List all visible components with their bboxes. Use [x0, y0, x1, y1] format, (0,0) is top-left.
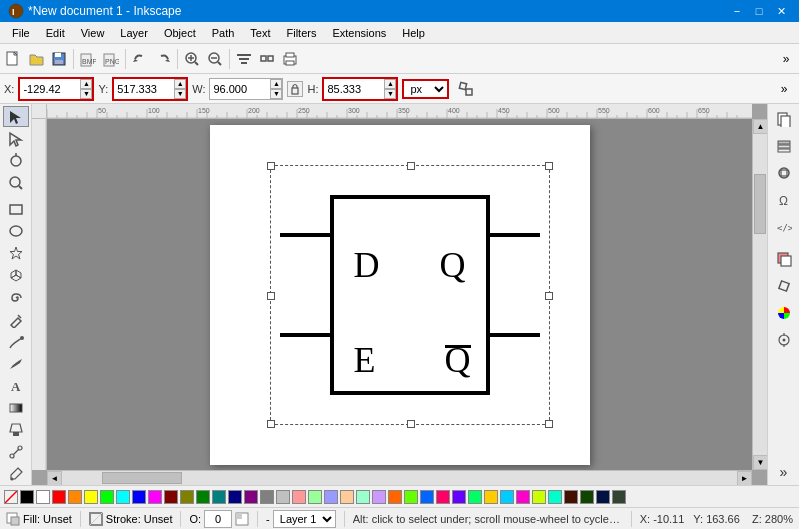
- color-swatch-darkgreen[interactable]: [196, 490, 210, 504]
- zoom-out-button[interactable]: [204, 48, 226, 70]
- overflow-button[interactable]: »: [775, 48, 797, 70]
- export-button[interactable]: PNG: [100, 48, 122, 70]
- star-tool[interactable]: [3, 243, 29, 264]
- y-input[interactable]: 517.333: [114, 79, 174, 99]
- color-swatch-darknavy[interactable]: [596, 490, 610, 504]
- nodes-button[interactable]: [256, 48, 278, 70]
- save-button[interactable]: [48, 48, 70, 70]
- horizontal-scrollbar[interactable]: ◄ ►: [47, 470, 752, 485]
- rectangle-tool[interactable]: [3, 199, 29, 220]
- color-swatch-mint[interactable]: [356, 490, 370, 504]
- color-swatch-darkbrown[interactable]: [564, 490, 578, 504]
- vertical-scrollbar[interactable]: ▲ ▼: [752, 119, 767, 470]
- canvas-white[interactable]: D Q E Q: [47, 119, 752, 470]
- paint-bucket-tool[interactable]: [3, 420, 29, 441]
- xml-editor-button[interactable]: </>: [771, 214, 797, 240]
- coord-overflow-button[interactable]: »: [773, 78, 795, 100]
- menu-extensions[interactable]: Extensions: [324, 22, 394, 43]
- color-swatch-skyblue[interactable]: [500, 490, 514, 504]
- color-swatch-purple[interactable]: [244, 490, 258, 504]
- calligraphy-tool[interactable]: [3, 353, 29, 374]
- color-swatch-lightgreen[interactable]: [308, 490, 322, 504]
- menu-layer[interactable]: Layer: [112, 22, 156, 43]
- redo-button[interactable]: [152, 48, 174, 70]
- y-up-arrow[interactable]: ▲: [174, 79, 186, 89]
- select-tool[interactable]: [3, 106, 29, 127]
- color-swatch-white[interactable]: [36, 490, 50, 504]
- menu-view[interactable]: View: [73, 22, 113, 43]
- color-swatch-teal[interactable]: [212, 490, 226, 504]
- color-swatch-violet[interactable]: [452, 490, 466, 504]
- y-down-arrow[interactable]: ▼: [174, 89, 186, 99]
- scroll-h-track[interactable]: [62, 471, 737, 485]
- open-button[interactable]: [25, 48, 47, 70]
- color-swatch-green[interactable]: [100, 490, 114, 504]
- lock-proportions-button[interactable]: [287, 81, 303, 97]
- color-swatch-darkarmygreen[interactable]: [612, 490, 626, 504]
- zoom-in-button[interactable]: [181, 48, 203, 70]
- menu-help[interactable]: Help: [394, 22, 433, 43]
- x-input[interactable]: -129.42: [20, 79, 80, 99]
- handle-top-left[interactable]: [267, 162, 275, 170]
- objects-panel-button[interactable]: [771, 160, 797, 186]
- color-swatch-cyan[interactable]: [116, 490, 130, 504]
- color-swatch-lime[interactable]: [532, 490, 546, 504]
- color-swatch-black[interactable]: [20, 490, 34, 504]
- scroll-right-button[interactable]: ►: [737, 471, 752, 485]
- w-spinner[interactable]: ▲ ▼: [270, 79, 282, 99]
- import-button[interactable]: BMP: [77, 48, 99, 70]
- ellipse-tool[interactable]: [3, 221, 29, 242]
- color-swatch-lavender[interactable]: [372, 490, 386, 504]
- h-input[interactable]: 85.333: [324, 79, 384, 99]
- y-spinner[interactable]: ▲ ▼: [174, 79, 186, 99]
- new-button[interactable]: [2, 48, 24, 70]
- pages-panel-button[interactable]: [771, 106, 797, 132]
- pen-tool[interactable]: [3, 331, 29, 352]
- handle-mid-right[interactable]: [545, 292, 553, 300]
- maximize-button[interactable]: □: [749, 2, 769, 20]
- color-swatch-silver[interactable]: [276, 490, 290, 504]
- handle-bot-mid[interactable]: [407, 420, 415, 428]
- h-down-arrow[interactable]: ▼: [384, 89, 396, 99]
- color-swatch-lightred[interactable]: [292, 490, 306, 504]
- tweak-tool[interactable]: [3, 150, 29, 171]
- scroll-v-track[interactable]: [753, 134, 767, 455]
- menu-object[interactable]: Object: [156, 22, 204, 43]
- symbols-panel-button[interactable]: Ω: [771, 187, 797, 213]
- color-swatch-gold[interactable]: [484, 490, 498, 504]
- menu-edit[interactable]: Edit: [38, 22, 73, 43]
- print-button[interactable]: [279, 48, 301, 70]
- color-swatch-springgreen[interactable]: [468, 490, 482, 504]
- scroll-h-thumb[interactable]: [102, 472, 182, 484]
- layer-select[interactable]: Layer 1: [273, 510, 336, 528]
- color-swatch-gray[interactable]: [260, 490, 274, 504]
- color-swatch-darkorange[interactable]: [388, 490, 402, 504]
- align-button[interactable]: [233, 48, 255, 70]
- menu-filters[interactable]: Filters: [279, 22, 325, 43]
- color-swatch-hotpink[interactable]: [516, 490, 530, 504]
- color-swatch-olive[interactable]: [180, 490, 194, 504]
- color-swatch-lightblue[interactable]: [324, 490, 338, 504]
- scroll-down-button[interactable]: ▼: [753, 455, 767, 470]
- menu-path[interactable]: Path: [204, 22, 243, 43]
- handle-mid-left[interactable]: [267, 292, 275, 300]
- scroll-v-thumb[interactable]: [754, 174, 766, 234]
- color-swatch-rose[interactable]: [436, 490, 450, 504]
- node-tool[interactable]: [3, 128, 29, 149]
- x-up-arrow[interactable]: ▲: [80, 79, 92, 89]
- transform-panel-button[interactable]: [771, 273, 797, 299]
- scroll-left-button[interactable]: ◄: [47, 471, 62, 485]
- color-swatch-blue[interactable]: [132, 490, 146, 504]
- zoom-tool[interactable]: [3, 172, 29, 193]
- handle-bot-left[interactable]: [267, 420, 275, 428]
- pencil-tool[interactable]: [3, 309, 29, 330]
- color-swatch-chartreuse[interactable]: [404, 490, 418, 504]
- text-tool[interactable]: A: [3, 376, 29, 397]
- handle-bot-right[interactable]: [545, 420, 553, 428]
- x-down-arrow[interactable]: ▼: [80, 89, 92, 99]
- color-swatch-maroon[interactable]: [164, 490, 178, 504]
- right-overflow-button[interactable]: »: [771, 459, 797, 485]
- scroll-up-button[interactable]: ▲: [753, 119, 767, 134]
- layers-panel-button[interactable]: [771, 133, 797, 159]
- connector-tool[interactable]: [3, 442, 29, 463]
